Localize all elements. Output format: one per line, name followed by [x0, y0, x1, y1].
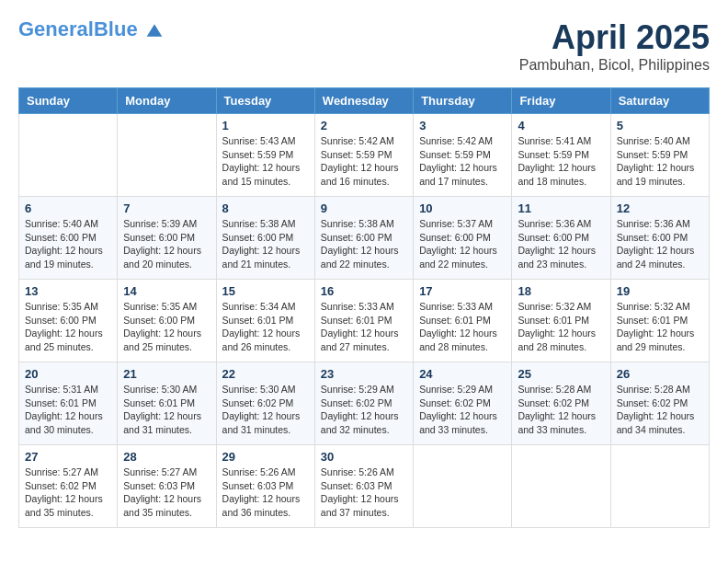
calendar-cell: 3Sunrise: 5:42 AM Sunset: 5:59 PM Daylig… [414, 114, 512, 197]
weekday-header-friday: Friday [512, 88, 610, 114]
calendar-week-2: 6Sunrise: 5:40 AM Sunset: 6:00 PM Daylig… [19, 197, 710, 280]
svg-marker-0 [146, 25, 162, 37]
day-number: 8 [222, 201, 309, 215]
day-number: 1 [222, 119, 309, 132]
calendar-cell: 20Sunrise: 5:31 AM Sunset: 6:01 PM Dayli… [19, 362, 118, 445]
calendar-cell: 13Sunrise: 5:35 AM Sunset: 6:00 PM Dayli… [19, 280, 118, 362]
logo-icon [145, 21, 164, 40]
day-number: 14 [123, 284, 210, 298]
calendar-cell: 12Sunrise: 5:36 AM Sunset: 6:00 PM Dayli… [610, 197, 709, 280]
day-info: Sunrise: 5:26 AM Sunset: 6:03 PM Dayligh… [222, 465, 309, 520]
logo-line1: General [18, 17, 94, 40]
logo-text: GeneralBlue [18, 18, 164, 40]
day-info: Sunrise: 5:35 AM Sunset: 6:00 PM Dayligh… [123, 300, 210, 354]
calendar-cell: 5Sunrise: 5:40 AM Sunset: 5:59 PM Daylig… [610, 114, 709, 197]
calendar-cell: 2Sunrise: 5:42 AM Sunset: 5:59 PM Daylig… [314, 114, 413, 197]
calendar-cell [19, 114, 118, 197]
day-number: 21 [123, 367, 210, 381]
month-title: April 2025 [519, 18, 710, 57]
calendar-cell: 17Sunrise: 5:33 AM Sunset: 6:01 PM Dayli… [414, 280, 512, 362]
day-number: 18 [518, 284, 604, 298]
day-info: Sunrise: 5:43 AM Sunset: 5:59 PM Dayligh… [222, 134, 309, 189]
weekday-header-monday: Monday [118, 88, 216, 114]
calendar-cell: 8Sunrise: 5:38 AM Sunset: 6:00 PM Daylig… [216, 197, 314, 280]
day-info: Sunrise: 5:41 AM Sunset: 5:59 PM Dayligh… [518, 134, 604, 189]
day-number: 5 [617, 119, 703, 132]
day-info: Sunrise: 5:32 AM Sunset: 6:01 PM Dayligh… [518, 300, 604, 354]
day-number: 4 [518, 119, 604, 132]
calendar-cell: 24Sunrise: 5:29 AM Sunset: 6:02 PM Dayli… [414, 362, 512, 445]
day-number: 24 [419, 367, 506, 381]
weekday-header-saturday: Saturday [610, 88, 709, 114]
day-number: 27 [25, 450, 111, 464]
calendar-cell: 28Sunrise: 5:27 AM Sunset: 6:03 PM Dayli… [118, 445, 216, 528]
day-info: Sunrise: 5:26 AM Sunset: 6:03 PM Dayligh… [321, 465, 407, 520]
day-info: Sunrise: 5:35 AM Sunset: 6:00 PM Dayligh… [25, 300, 111, 354]
day-info: Sunrise: 5:27 AM Sunset: 6:03 PM Dayligh… [123, 465, 210, 520]
day-info: Sunrise: 5:33 AM Sunset: 6:01 PM Dayligh… [419, 300, 506, 354]
calendar-week-5: 27Sunrise: 5:27 AM Sunset: 6:02 PM Dayli… [19, 445, 710, 528]
weekday-header-tuesday: Tuesday [216, 88, 314, 114]
day-info: Sunrise: 5:31 AM Sunset: 6:01 PM Dayligh… [25, 383, 111, 437]
day-info: Sunrise: 5:28 AM Sunset: 6:02 PM Dayligh… [617, 383, 703, 437]
day-number: 12 [617, 201, 703, 215]
day-number: 20 [25, 367, 111, 381]
calendar-cell: 25Sunrise: 5:28 AM Sunset: 6:02 PM Dayli… [512, 362, 610, 445]
title-area: April 2025 Pambuhan, Bicol, Philippines [519, 18, 710, 74]
day-info: Sunrise: 5:40 AM Sunset: 6:00 PM Dayligh… [25, 217, 111, 271]
calendar-cell [414, 445, 512, 528]
calendar-cell: 22Sunrise: 5:30 AM Sunset: 6:02 PM Dayli… [216, 362, 314, 445]
day-info: Sunrise: 5:42 AM Sunset: 5:59 PM Dayligh… [419, 134, 506, 189]
day-number: 25 [518, 367, 604, 381]
day-number: 3 [419, 119, 506, 132]
day-number: 30 [321, 450, 407, 464]
calendar-cell [610, 445, 709, 528]
day-number: 9 [321, 201, 407, 215]
calendar-cell: 23Sunrise: 5:29 AM Sunset: 6:02 PM Dayli… [314, 362, 413, 445]
calendar-cell: 7Sunrise: 5:39 AM Sunset: 6:00 PM Daylig… [118, 197, 216, 280]
day-number: 19 [617, 284, 703, 298]
calendar-week-1: 1Sunrise: 5:43 AM Sunset: 5:59 PM Daylig… [19, 114, 710, 197]
day-number: 26 [617, 367, 703, 381]
logo-line2: Blue [94, 17, 138, 40]
day-info: Sunrise: 5:28 AM Sunset: 6:02 PM Dayligh… [518, 383, 604, 437]
day-info: Sunrise: 5:27 AM Sunset: 6:02 PM Dayligh… [25, 465, 111, 520]
calendar-cell: 21Sunrise: 5:30 AM Sunset: 6:01 PM Dayli… [118, 362, 216, 445]
day-number: 16 [321, 284, 407, 298]
day-info: Sunrise: 5:29 AM Sunset: 6:02 PM Dayligh… [321, 383, 407, 437]
day-info: Sunrise: 5:29 AM Sunset: 6:02 PM Dayligh… [419, 383, 506, 437]
day-number: 23 [321, 367, 407, 381]
calendar-cell: 16Sunrise: 5:33 AM Sunset: 6:01 PM Dayli… [314, 280, 413, 362]
day-number: 15 [222, 284, 309, 298]
weekday-header-wednesday: Wednesday [314, 88, 413, 114]
weekday-header-sunday: Sunday [19, 88, 118, 114]
day-info: Sunrise: 5:36 AM Sunset: 6:00 PM Dayligh… [518, 217, 604, 271]
day-number: 2 [321, 119, 407, 132]
day-info: Sunrise: 5:42 AM Sunset: 5:59 PM Dayligh… [321, 134, 407, 189]
day-info: Sunrise: 5:30 AM Sunset: 6:01 PM Dayligh… [123, 383, 210, 437]
day-info: Sunrise: 5:38 AM Sunset: 6:00 PM Dayligh… [321, 217, 407, 271]
calendar-cell [118, 114, 216, 197]
day-number: 28 [123, 450, 210, 464]
calendar-cell: 10Sunrise: 5:37 AM Sunset: 6:00 PM Dayli… [414, 197, 512, 280]
day-info: Sunrise: 5:38 AM Sunset: 6:00 PM Dayligh… [222, 217, 309, 271]
calendar-table: SundayMondayTuesdayWednesdayThursdayFrid… [18, 87, 710, 528]
calendar-cell: 9Sunrise: 5:38 AM Sunset: 6:00 PM Daylig… [314, 197, 413, 280]
day-number: 7 [123, 201, 210, 215]
day-info: Sunrise: 5:30 AM Sunset: 6:02 PM Dayligh… [222, 383, 309, 437]
calendar-cell: 14Sunrise: 5:35 AM Sunset: 6:00 PM Dayli… [118, 280, 216, 362]
day-info: Sunrise: 5:32 AM Sunset: 6:01 PM Dayligh… [617, 300, 703, 354]
calendar-body: 1Sunrise: 5:43 AM Sunset: 5:59 PM Daylig… [19, 114, 710, 528]
day-number: 11 [518, 201, 604, 215]
calendar-cell: 26Sunrise: 5:28 AM Sunset: 6:02 PM Dayli… [610, 362, 709, 445]
location: Pambuhan, Bicol, Philippines [519, 57, 710, 74]
page-header: GeneralBlue April 2025 Pambuhan, Bicol, … [18, 18, 710, 74]
day-info: Sunrise: 5:39 AM Sunset: 6:00 PM Dayligh… [123, 217, 210, 271]
calendar-cell: 4Sunrise: 5:41 AM Sunset: 5:59 PM Daylig… [512, 114, 610, 197]
weekday-header-thursday: Thursday [414, 88, 512, 114]
calendar-cell: 6Sunrise: 5:40 AM Sunset: 6:00 PM Daylig… [19, 197, 118, 280]
day-info: Sunrise: 5:33 AM Sunset: 6:01 PM Dayligh… [321, 300, 407, 354]
calendar-cell [512, 445, 610, 528]
calendar-cell: 27Sunrise: 5:27 AM Sunset: 6:02 PM Dayli… [19, 445, 118, 528]
day-info: Sunrise: 5:34 AM Sunset: 6:01 PM Dayligh… [222, 300, 309, 354]
